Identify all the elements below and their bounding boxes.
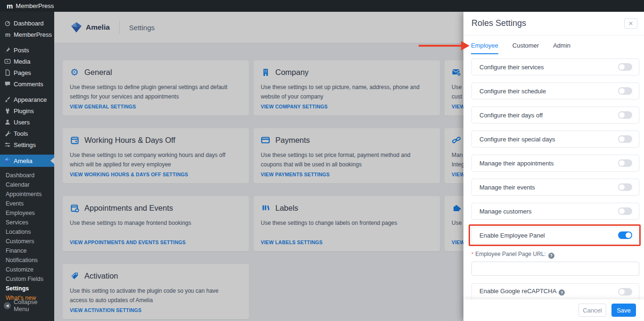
employee-panel-url-input[interactable] bbox=[471, 262, 639, 276]
submenu-item-finance[interactable]: Finance bbox=[0, 246, 54, 255]
toggle-row-enable-recaptcha: Enable Google reCAPTCHA? bbox=[471, 283, 639, 300]
collapse-arrow-icon: ◀ bbox=[4, 302, 11, 309]
toggle-row-configure-schedule: Configure their schedule bbox=[471, 82, 639, 99]
toggle-enable-recaptcha[interactable] bbox=[618, 288, 632, 296]
submenu-item-calendar[interactable]: Calendar bbox=[0, 180, 54, 189]
roles-tabs: Employee Customer Admin bbox=[463, 35, 644, 54]
tab-customer[interactable]: Customer bbox=[512, 42, 539, 54]
submenu-item-appointments[interactable]: Appointments bbox=[0, 189, 54, 199]
pin-icon bbox=[4, 46, 11, 54]
submenu-item-notifications[interactable]: Notifications bbox=[0, 255, 54, 265]
toggle-manage-appointments[interactable] bbox=[618, 159, 632, 167]
close-icon[interactable]: ✕ bbox=[624, 18, 637, 29]
submenu-item-services[interactable]: Services bbox=[0, 218, 54, 227]
tools-icon bbox=[4, 130, 11, 137]
roles-settings-panel: Roles Settings ✕ Employee Customer Admin… bbox=[463, 12, 644, 321]
sidebar-item-plugins[interactable]: Plugins bbox=[0, 105, 54, 116]
save-button[interactable]: Save bbox=[611, 304, 636, 317]
pages-icon bbox=[4, 69, 11, 76]
required-asterisk: * bbox=[471, 251, 473, 257]
toggle-label: Enable Google reCAPTCHA? bbox=[479, 288, 618, 296]
toggle-configure-days-off[interactable] bbox=[618, 111, 632, 119]
toggle-manage-events[interactable] bbox=[618, 183, 632, 191]
field-label-text: Employee Panel Page URL: bbox=[475, 251, 545, 257]
sidebar-item-settings[interactable]: Settings bbox=[0, 139, 54, 150]
appearance-icon bbox=[4, 96, 11, 103]
toggle-label: Manage their appointments bbox=[479, 160, 618, 167]
submenu-item-customize[interactable]: Customize bbox=[0, 265, 54, 274]
toggle-label: Configure their schedule bbox=[479, 88, 618, 95]
panel-footer: Cancel Save bbox=[463, 299, 644, 321]
sidebar-item-users[interactable]: Users bbox=[0, 116, 54, 128]
sidebar-item-posts[interactable]: Posts bbox=[0, 44, 54, 56]
help-icon[interactable]: ? bbox=[548, 253, 554, 259]
memberpress-logo-icon: m bbox=[7, 2, 12, 9]
toggle-label: Configure their services bbox=[479, 64, 618, 71]
submenu-item-customers[interactable]: Customers bbox=[0, 237, 54, 246]
sidebar-item-media[interactable]: Media bbox=[0, 56, 54, 67]
memberpress-icon: m bbox=[4, 31, 11, 38]
toggle-row-configure-special-days: Configure their special days bbox=[471, 131, 639, 148]
submenu-item-events[interactable]: Events bbox=[0, 199, 54, 208]
cancel-button[interactable]: Cancel bbox=[578, 304, 606, 317]
sidebar-item-label: Media bbox=[14, 58, 30, 65]
toggle-configure-services[interactable] bbox=[618, 63, 632, 71]
toggle-label: Configure their days off bbox=[479, 112, 618, 119]
collapse-menu-button[interactable]: ◀ Collapse Menu bbox=[0, 298, 54, 313]
plugin-icon bbox=[4, 107, 11, 115]
toggle-row-manage-customers: Manage customers bbox=[471, 203, 639, 220]
active-menu-arrow bbox=[50, 157, 54, 164]
panel-body: Configure their services Configure their… bbox=[471, 58, 639, 307]
sidebar-item-appearance[interactable]: Appearance bbox=[0, 94, 54, 105]
users-icon bbox=[4, 118, 11, 126]
amelia-submenu: Dashboard Calendar Appointments Events E… bbox=[0, 167, 54, 303]
toggle-configure-schedule[interactable] bbox=[618, 87, 632, 95]
admin-bar: m MemberPress bbox=[0, 0, 644, 12]
sidebar-item-comments[interactable]: Comments bbox=[0, 78, 54, 90]
toggle-manage-customers[interactable] bbox=[618, 207, 632, 215]
comments-icon bbox=[4, 80, 11, 88]
help-icon[interactable]: ? bbox=[559, 289, 565, 296]
submenu-item-dashboard[interactable]: Dashboard bbox=[0, 171, 54, 180]
sidebar-item-label: Comments bbox=[14, 81, 43, 88]
panel-title: Roles Settings bbox=[471, 18, 624, 28]
submenu-item-locations[interactable]: Locations bbox=[0, 227, 54, 237]
sidebar-item-dashboard[interactable]: Dashboard bbox=[0, 17, 54, 29]
employee-panel-url-label: *Employee Panel Page URL:? bbox=[471, 251, 639, 259]
toggle-label: Enable Employee Panel bbox=[479, 232, 618, 239]
toggle-label: Configure their special days bbox=[479, 136, 618, 143]
tab-admin[interactable]: Admin bbox=[553, 42, 570, 54]
toggle-row-manage-events: Manage their events bbox=[471, 179, 639, 196]
submenu-item-employees[interactable]: Employees bbox=[0, 208, 54, 218]
panel-header: Roles Settings ✕ bbox=[463, 12, 644, 35]
sidebar-item-label: Pages bbox=[14, 69, 31, 76]
dashboard-icon bbox=[4, 19, 11, 27]
sidebar-item-label: Dashboard bbox=[14, 20, 44, 27]
toggle-row-configure-services: Configure their services bbox=[471, 58, 639, 75]
tab-employee[interactable]: Employee bbox=[471, 42, 498, 54]
sidebar-item-label: Amelia bbox=[14, 157, 33, 165]
toggle-label: Manage their events bbox=[479, 184, 618, 191]
sidebar-item-pages[interactable]: Pages bbox=[0, 67, 54, 78]
toggle-label: Manage customers bbox=[479, 208, 618, 215]
sidebar-item-tools[interactable]: Tools bbox=[0, 128, 54, 139]
modal-dim-overlay bbox=[54, 12, 463, 321]
sidebar-item-label: Users bbox=[14, 119, 30, 126]
sidebar-item-amelia[interactable]: Amelia bbox=[0, 155, 54, 167]
admin-bar-brand: MemberPress bbox=[16, 2, 54, 9]
sidebar-item-label: Tools bbox=[14, 130, 28, 137]
amelia-logo-icon bbox=[4, 157, 11, 165]
sidebar-item-label: Settings bbox=[14, 141, 36, 148]
sidebar-item-label: Appearance bbox=[14, 96, 47, 103]
submenu-item-custom-fields[interactable]: Custom Fields bbox=[0, 274, 54, 284]
toggle-configure-special-days[interactable] bbox=[618, 135, 632, 143]
settings-icon bbox=[4, 141, 11, 148]
wp-admin-sidebar: Dashboard m MemberPress Posts Media Page… bbox=[0, 12, 54, 321]
collapse-menu-label: Collapse Menu bbox=[14, 298, 54, 313]
sidebar-item-memberpress[interactable]: m MemberPress bbox=[0, 29, 54, 40]
media-icon bbox=[4, 58, 11, 65]
toggle-row-manage-appointments: Manage their appointments bbox=[471, 155, 639, 172]
toggle-enable-employee-panel[interactable] bbox=[618, 231, 632, 239]
sidebar-item-label: Plugins bbox=[14, 107, 34, 115]
submenu-item-settings[interactable]: Settings bbox=[0, 284, 54, 293]
